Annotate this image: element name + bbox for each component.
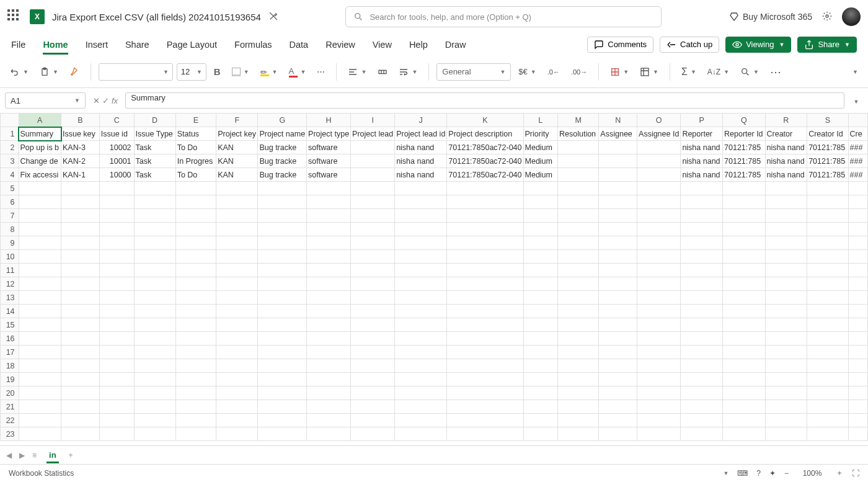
cell[interactable] [599, 236, 637, 250]
cell[interactable]: Project name [258, 127, 307, 141]
cell[interactable] [19, 277, 61, 291]
cell[interactable]: Change de [19, 154, 61, 168]
cell[interactable] [447, 427, 523, 441]
cell[interactable]: KAN [216, 154, 258, 168]
menu-tab-file[interactable]: File [11, 40, 25, 50]
cell[interactable] [723, 332, 765, 346]
cell[interactable] [258, 277, 307, 291]
cell[interactable] [134, 264, 175, 277]
cell[interactable]: Medium [523, 168, 557, 182]
cell[interactable] [807, 250, 848, 264]
ribbon-collapse-button[interactable]: ▼ [848, 66, 862, 78]
cell[interactable]: Pop up is b [19, 141, 61, 154]
sheet-tab-active[interactable]: in [44, 448, 61, 462]
cell[interactable] [681, 182, 723, 195]
cell[interactable] [807, 318, 848, 332]
cell[interactable] [216, 373, 258, 386]
cell[interactable] [307, 332, 351, 346]
menu-tab-page-layout[interactable]: Page Layout [167, 40, 217, 50]
cell[interactable] [307, 373, 351, 386]
menu-tab-view[interactable]: View [373, 40, 392, 50]
cell[interactable] [258, 264, 307, 277]
column-header-P[interactable]: P [681, 114, 723, 127]
cell[interactable] [258, 346, 307, 359]
cell[interactable] [19, 264, 61, 277]
cell[interactable] [395, 209, 447, 223]
cell[interactable] [175, 386, 216, 400]
row-header-8[interactable]: 8 [1, 223, 19, 236]
cell[interactable]: Reporter [681, 127, 723, 141]
column-header-H[interactable]: H [307, 114, 351, 127]
cell[interactable] [395, 318, 447, 332]
cell[interactable] [848, 386, 867, 400]
cell[interactable] [807, 373, 848, 386]
row-header-22[interactable]: 22 [1, 414, 19, 427]
cell[interactable] [599, 154, 637, 168]
cell[interactable] [848, 250, 867, 264]
cell[interactable] [175, 427, 216, 441]
document-title[interactable]: Jira Export Excel CSV (all fields) 20241… [52, 12, 261, 22]
cell[interactable] [307, 223, 351, 236]
cell[interactable] [599, 195, 637, 209]
cell[interactable] [558, 332, 599, 346]
search-input[interactable]: Search for tools, help, and more (Option… [345, 6, 662, 27]
cell[interactable] [723, 195, 765, 209]
cell[interactable] [307, 182, 351, 195]
cell[interactable] [637, 182, 681, 195]
cell[interactable] [395, 291, 447, 305]
cell[interactable] [599, 264, 637, 277]
cell[interactable] [523, 236, 557, 250]
cell[interactable] [558, 209, 599, 223]
cell[interactable] [99, 332, 134, 346]
cell[interactable] [175, 414, 216, 427]
cell[interactable] [19, 223, 61, 236]
cell[interactable] [61, 400, 100, 414]
cell[interactable] [723, 414, 765, 427]
cell[interactable]: KAN-3 [61, 141, 100, 154]
cell[interactable] [447, 400, 523, 414]
cell[interactable] [558, 318, 599, 332]
cell[interactable] [807, 414, 848, 427]
cell[interactable] [175, 359, 216, 373]
cell[interactable]: KAN [216, 141, 258, 154]
formula-input[interactable]: Summary [125, 92, 844, 109]
cell[interactable] [807, 195, 848, 209]
font-family-select[interactable]: ▼ [99, 63, 173, 81]
fullscreen-icon[interactable]: ⛶ [852, 469, 859, 478]
cell[interactable] [216, 195, 258, 209]
cell[interactable] [395, 400, 447, 414]
cell[interactable] [848, 264, 867, 277]
cell[interactable] [61, 414, 100, 427]
cell[interactable] [447, 209, 523, 223]
cell[interactable] [447, 305, 523, 318]
cell[interactable] [447, 236, 523, 250]
cell[interactable] [599, 373, 637, 386]
cell[interactable] [723, 264, 765, 277]
cell[interactable] [599, 141, 637, 154]
conditional-format-button[interactable]: ▼ [606, 65, 632, 79]
cell[interactable] [351, 277, 395, 291]
cell[interactable] [258, 305, 307, 318]
cell[interactable] [807, 386, 848, 400]
cell[interactable] [681, 277, 723, 291]
row-header-19[interactable]: 19 [1, 373, 19, 386]
cell[interactable] [395, 386, 447, 400]
cell[interactable] [258, 414, 307, 427]
cell[interactable] [175, 373, 216, 386]
cell[interactable] [765, 223, 807, 236]
feedback-icon[interactable]: ✦ [769, 469, 776, 478]
cell[interactable] [99, 386, 134, 400]
cell[interactable] [558, 264, 599, 277]
cell[interactable] [134, 400, 175, 414]
cell[interactable] [395, 223, 447, 236]
cell[interactable] [61, 373, 100, 386]
cell[interactable] [637, 264, 681, 277]
cell[interactable] [558, 386, 599, 400]
cell[interactable] [723, 373, 765, 386]
cell[interactable] [807, 305, 848, 318]
cell[interactable] [258, 236, 307, 250]
cell[interactable] [723, 386, 765, 400]
cell[interactable] [19, 318, 61, 332]
cell[interactable] [258, 427, 307, 441]
cell[interactable] [175, 236, 216, 250]
